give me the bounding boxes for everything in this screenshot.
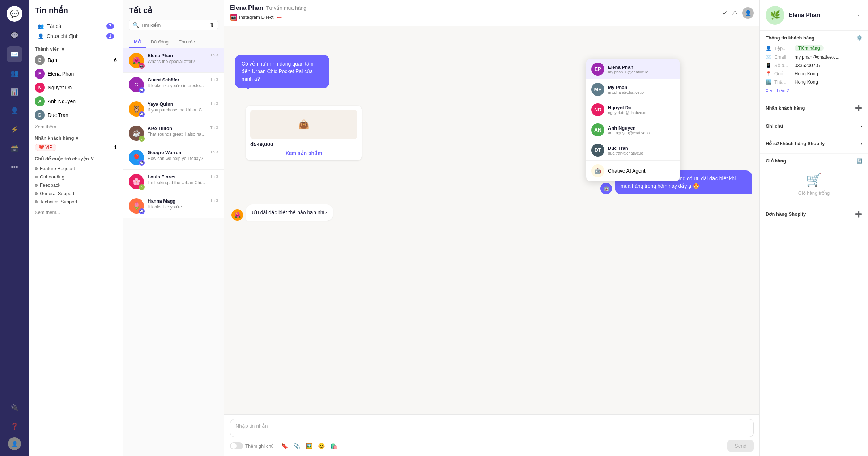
assign-avatar-nguyet: ND xyxy=(591,103,604,116)
user-avatar[interactable]: 👤 xyxy=(8,437,21,450)
location-icon: 📍 xyxy=(766,71,771,76)
city-icon: 🏙️ xyxy=(766,79,771,85)
emoji-icon[interactable]: 😊 xyxy=(318,443,325,449)
conv-info-yaya: Yaya Quinn If you purchase the Urban Chi… xyxy=(148,101,207,113)
assign-item-nguyet[interactable]: ND Nguyet Do nguyet.do@chative.io xyxy=(586,100,680,120)
conv-item-elena[interactable]: 🌺 📷 Elena Phan What's the special offer?… xyxy=(123,48,224,73)
bookmark-icon[interactable]: 🔖 xyxy=(281,443,288,449)
assign-item-duc[interactable]: DT Duc Tran duc.tran@chative.io xyxy=(586,140,680,160)
conv-item-yaya[interactable]: 🦉 💬 Yaya Quinn If you purchase the Urban… xyxy=(123,97,224,121)
topic-onboarding[interactable]: Onboarding xyxy=(35,173,117,181)
image-icon[interactable]: 🖼️ xyxy=(306,443,313,449)
see-more-customer[interactable]: Xem thêm 2... xyxy=(766,86,862,96)
conv-item-louis[interactable]: 🌸 S Louis Flores I'm looking at the Urba… xyxy=(123,170,224,194)
assign-email-nguyet: nguyet.do@chative.io xyxy=(608,110,646,115)
conv-preview-alex: That sounds great! I also have a... xyxy=(148,132,207,137)
assign-avatar-duc: DT xyxy=(591,144,604,157)
shopify-icon[interactable]: 🛍️ xyxy=(330,443,337,449)
chat-badge-geogre: 💬 xyxy=(139,160,145,166)
filter-icon[interactable]: ⇅ xyxy=(210,22,214,28)
settings-icon[interactable]: ⚙️ xyxy=(856,35,862,41)
sidebar-item-help[interactable]: ❓ xyxy=(7,418,22,434)
member-duc[interactable]: D Duc Tran xyxy=(29,108,123,122)
member-nguyet[interactable]: N Nguyet Do xyxy=(29,81,123,94)
assign-item-my[interactable]: MP My Phan my.phan@chative.io xyxy=(586,79,680,100)
chevron-down-labels-icon: ∨ xyxy=(75,135,79,141)
chat-input-area: Nhập tin nhắn Thêm ghi chú 🔖 📎 🖼️ 😊 🛍️ S… xyxy=(224,414,760,456)
attach-icon[interactable]: 📎 xyxy=(293,443,301,449)
assign-info-my: My Phan my.phan@chative.io xyxy=(608,85,644,94)
sidebar-item-reports[interactable]: 📊 xyxy=(7,84,22,100)
chat-badge-icon: 💬 xyxy=(139,87,145,93)
conv-time-yaya: Th 3 xyxy=(210,101,218,106)
assign-item-anh[interactable]: AN Anh Nguyen anh.nguyen@chative.io xyxy=(586,120,680,140)
chat-contact-subtitle: Tư vấn mua hàng xyxy=(266,5,306,11)
sidebar-item-inbox[interactable]: ✉️ xyxy=(7,46,22,62)
see-more-topics[interactable]: Xem thêm... xyxy=(29,207,123,217)
conv-time-alex: Th 3 xyxy=(210,126,218,130)
product-price: đ549,000 xyxy=(250,141,357,147)
instagram-channel-badge: 📷 Instagram Direct xyxy=(230,14,273,21)
shopify-badge-louis: S xyxy=(139,184,145,190)
sidebar-logo: 💬 xyxy=(7,6,22,22)
more-options-icon[interactable]: ⋮ xyxy=(855,11,862,20)
conv-preview-elena: What's the special offer? xyxy=(148,59,207,64)
vip-badge[interactable]: ❤️ VIP xyxy=(35,144,56,151)
topic-general-support[interactable]: General Support xyxy=(35,189,117,198)
topic-feedback[interactable]: Feedback xyxy=(35,181,117,189)
conv-item-hanna[interactable]: 🌷 💬 Hanna Maggi It looks like you're... … xyxy=(123,194,224,218)
member-ban-name: Bạn xyxy=(48,57,57,63)
msg-bubble-left: Ưu đãi đặc biệt thế nào bạn nhỉ? xyxy=(246,204,333,221)
sidebar-item-automation[interactable]: ⚡ xyxy=(7,122,22,138)
member-nguyet-name: Nguyet Do xyxy=(48,85,72,90)
refresh-icon[interactable]: 🔄 xyxy=(856,158,862,164)
chat-header: Elena Phan Tư vấn mua hàng 📷 Instagram D… xyxy=(224,0,760,26)
header-avatar[interactable]: 👤 xyxy=(742,7,754,19)
member-anh[interactable]: A Anh Nguyen xyxy=(29,94,123,108)
member-elena[interactable]: E Elena Phan xyxy=(29,67,123,81)
conv-item-geogre[interactable]: 🎈 💬 Geogre Warren How can we help you to… xyxy=(123,145,224,170)
assign-item-elena[interactable]: EP Elena Phan my.phan+6@chative.io xyxy=(586,59,680,79)
sidebar-item-contacts[interactable]: 👥 xyxy=(7,65,22,81)
chat-input-box[interactable]: Nhập tin nhắn xyxy=(230,419,754,437)
search-input[interactable] xyxy=(141,22,208,28)
view-product-button[interactable]: Xem sản phẩm xyxy=(250,150,357,156)
unassigned-label: Chưa chỉ định xyxy=(47,33,79,39)
alert-icon[interactable]: ⚠ xyxy=(732,9,738,17)
conv-item-alex[interactable]: ☕ S Alex Hilton That sounds great! I als… xyxy=(123,121,224,145)
all-conversations-item[interactable]: 👥 Tất cả 7 xyxy=(35,21,117,31)
sidebar-item-assign[interactable]: 👤 xyxy=(7,103,22,119)
tab-spam[interactable]: Thư rác xyxy=(174,36,200,48)
assign-item-ai[interactable]: 🤖 Chative AI Agent xyxy=(586,160,680,181)
left-panel-all-section: 👥 Tất cả 7 👤 Chưa chỉ định 1 xyxy=(29,20,123,43)
member-ban[interactable]: B Bạn 6 xyxy=(29,53,123,67)
search-icon: 🔍 xyxy=(133,22,139,28)
unassigned-item[interactable]: 👤 Chưa chỉ định 1 xyxy=(35,31,117,41)
info-name: Elena Phan xyxy=(789,12,851,18)
add-label-icon[interactable]: ➕ xyxy=(855,105,862,111)
sidebar-item-database[interactable]: 🗃️ xyxy=(7,140,22,156)
check-icon[interactable]: ✓ xyxy=(722,9,728,17)
topic-technical-support[interactable]: Technical Support xyxy=(35,198,117,206)
conv-item-guest[interactable]: G 💬 Guest Schäfer It looks like you're i… xyxy=(123,73,224,97)
toggle-switch[interactable] xyxy=(230,442,243,449)
topic-feature-request[interactable]: Feature Request xyxy=(35,164,117,173)
send-button[interactable]: Send xyxy=(727,440,754,452)
cart-empty-label: Giỏ hàng trống xyxy=(798,190,830,196)
tab-open[interactable]: Mở xyxy=(129,36,146,48)
conv-info-alex: Alex Hilton That sounds great! I also ha… xyxy=(148,126,207,137)
topic-dot xyxy=(35,192,38,195)
add-order-icon[interactable]: ➕ xyxy=(855,211,862,218)
tab-closed[interactable]: Đã đóng xyxy=(146,36,174,48)
see-more-members[interactable]: Xem thêm... xyxy=(29,122,123,132)
user-avatar-msg: 🌺 xyxy=(231,209,243,221)
all-icon: 👥 xyxy=(38,23,44,29)
sidebar-item-dots[interactable]: ••• xyxy=(7,159,22,175)
ai-agent-label: Chative AI Agent xyxy=(608,168,646,174)
labels-section-title: Nhãn khách hàng ∨ xyxy=(29,132,123,142)
sidebar-item-chat[interactable]: 💬 xyxy=(7,28,22,43)
sidebar-bottom: 🔌 ❓ 👤 xyxy=(7,400,22,450)
conv-name-hanna: Hanna Maggi xyxy=(148,198,207,204)
sidebar-item-plugins[interactable]: 🔌 xyxy=(7,400,22,415)
city-row: 🏙️ Thà... Hong Kong xyxy=(766,78,862,86)
